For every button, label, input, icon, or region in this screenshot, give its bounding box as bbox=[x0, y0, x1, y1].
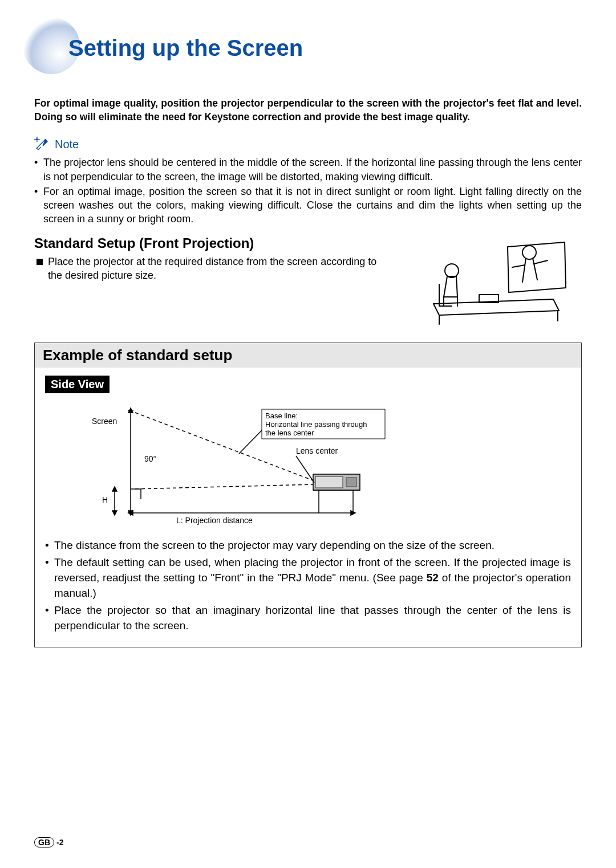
svg-point-3 bbox=[445, 264, 459, 278]
note-icon bbox=[34, 136, 50, 152]
side-view-label: Side View bbox=[45, 376, 110, 393]
svg-marker-7 bbox=[128, 408, 133, 413]
standard-setup-list: Place the projector at the required dist… bbox=[34, 255, 394, 283]
svg-line-21 bbox=[239, 430, 262, 454]
standard-setup-bullet: Place the projector at the required dist… bbox=[34, 255, 394, 283]
diagram-baseline-label-2: Horizontal line passing through bbox=[265, 420, 367, 429]
svg-marker-24 bbox=[112, 511, 117, 515]
page-title: Setting up the Screen bbox=[68, 35, 303, 61]
note-bullet-list: The projector lens should be centered in… bbox=[34, 156, 582, 226]
example-bullet-list: The distance from the screen to the proj… bbox=[45, 538, 571, 634]
svg-line-19 bbox=[135, 484, 313, 489]
svg-line-20 bbox=[296, 456, 314, 483]
svg-point-0 bbox=[37, 138, 38, 140]
page-reference: 52 bbox=[427, 572, 439, 584]
note-heading: Note bbox=[34, 136, 582, 152]
svg-rect-13 bbox=[315, 476, 343, 488]
example-bullet: The default setting can be used, when pl… bbox=[45, 555, 571, 601]
svg-point-2 bbox=[522, 246, 536, 259]
note-label: Note bbox=[55, 138, 79, 151]
diagram-projection-distance-label: L: Projection distance bbox=[176, 516, 253, 525]
example-box: Example of standard setup Side View bbox=[34, 343, 582, 648]
diagram-angle-label: 90° bbox=[144, 454, 156, 463]
page-footer: GB -2 bbox=[34, 837, 63, 847]
standard-setup-heading: Standard Setup (Front Projection) bbox=[34, 235, 394, 251]
diagram-h-label: H bbox=[102, 495, 108, 504]
note-bullet: For an optimal image, position the scree… bbox=[34, 185, 582, 226]
intro-paragraph: For optimal image quality, position the … bbox=[34, 97, 582, 124]
svg-rect-14 bbox=[346, 478, 356, 487]
side-view-diagram: Base line: Horizontal line passing throu… bbox=[45, 399, 410, 530]
diagram-lens-center-label: Lens center bbox=[296, 446, 338, 455]
svg-marker-23 bbox=[112, 487, 117, 491]
note-bullet: The projector lens should be centered in… bbox=[34, 156, 582, 184]
example-box-title: Example of standard setup bbox=[43, 347, 573, 364]
example-bullet: The distance from the screen to the proj… bbox=[45, 538, 571, 553]
page-header: Setting up the Screen bbox=[34, 23, 582, 80]
presentation-illustration bbox=[411, 235, 576, 327]
example-bullet: Place the projector so that an imaginary… bbox=[45, 603, 571, 633]
page-number: -2 bbox=[56, 838, 63, 847]
diagram-baseline-label-1: Base line: bbox=[265, 411, 298, 420]
diagram-screen-label: Screen bbox=[92, 417, 117, 426]
gb-badge: GB bbox=[34, 837, 54, 847]
diagram-baseline-label-3: the lens center bbox=[265, 429, 314, 437]
